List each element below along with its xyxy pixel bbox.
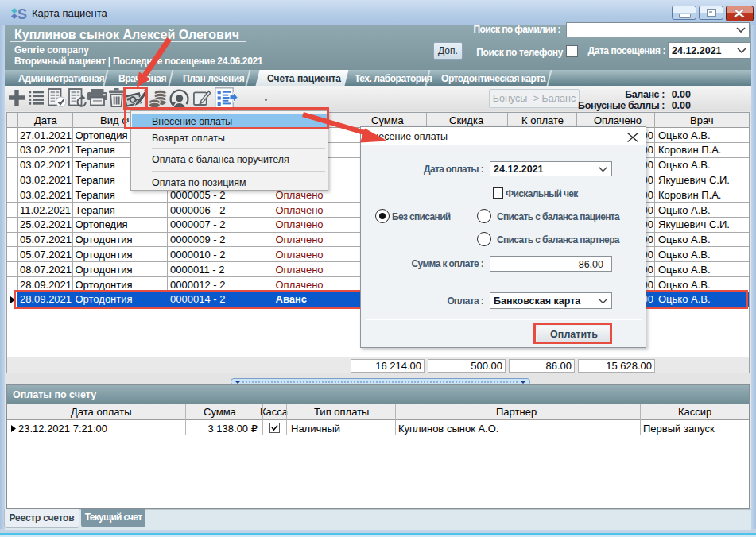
svg-text:S: S <box>17 6 27 21</box>
